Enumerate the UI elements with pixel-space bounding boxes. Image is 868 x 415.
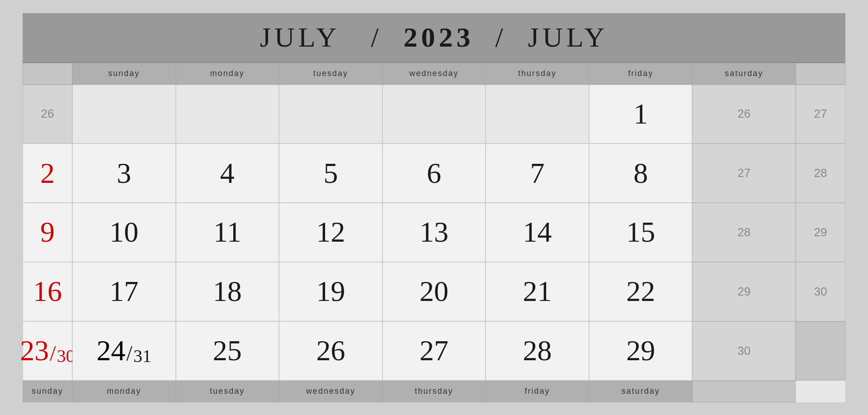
footer-monday: monday bbox=[72, 381, 176, 402]
day-cell-empty-1 bbox=[72, 85, 176, 144]
day-num-16: 16 bbox=[33, 277, 62, 306]
day-cell-29: 29 bbox=[589, 321, 693, 381]
day-num-1: 1 bbox=[633, 100, 648, 129]
footer-corner-left bbox=[796, 321, 845, 381]
day-num-8: 8 bbox=[633, 159, 648, 188]
header-corner-right bbox=[796, 63, 845, 85]
day-cell-26: 26 bbox=[279, 321, 382, 381]
day-cell-4: 4 bbox=[176, 143, 279, 203]
week-side-26: 26 bbox=[692, 85, 796, 144]
day-cell-7: 7 bbox=[486, 143, 589, 203]
day-num-4: 4 bbox=[220, 159, 235, 188]
month-left: JULY bbox=[260, 22, 339, 52]
header-wednesday: wednesday bbox=[382, 63, 486, 85]
day-cell-6: 6 bbox=[382, 143, 486, 203]
footer-tuesday: tuesday bbox=[176, 381, 279, 402]
footer-corner-right bbox=[692, 381, 796, 402]
day-cell-28: 28 bbox=[486, 321, 589, 381]
date-24: 24 bbox=[97, 336, 126, 365]
day-cell-14: 14 bbox=[486, 203, 589, 262]
day-num-7: 7 bbox=[530, 159, 545, 188]
day-num-10: 10 bbox=[109, 218, 138, 247]
week-num-28: 28 bbox=[796, 143, 845, 203]
day-cell-24-31: 24 / 31 bbox=[72, 321, 176, 381]
day-cell-27: 27 bbox=[382, 321, 486, 381]
day-num-27: 27 bbox=[420, 336, 448, 365]
header-friday: friday bbox=[589, 63, 693, 85]
day-num-28: 28 bbox=[523, 336, 552, 365]
slash-date-23-30: 23 / 30 bbox=[20, 336, 75, 365]
day-cell-16: 16 bbox=[23, 262, 72, 321]
week-num-30: 30 bbox=[796, 262, 845, 321]
header-corner-left bbox=[23, 63, 72, 85]
header-saturday: saturday bbox=[692, 63, 796, 85]
day-cell-empty-5 bbox=[486, 85, 589, 144]
day-num-19: 19 bbox=[316, 277, 345, 306]
day-cell-15: 15 bbox=[589, 203, 693, 262]
day-cell-5: 5 bbox=[279, 143, 382, 203]
day-cell-9: 9 bbox=[23, 203, 72, 262]
day-num-2: 2 bbox=[40, 159, 55, 188]
day-cell-3: 3 bbox=[72, 143, 176, 203]
day-num-6: 6 bbox=[427, 159, 441, 188]
week-num-26: 26 bbox=[23, 85, 72, 144]
day-cell-22: 22 bbox=[589, 262, 693, 321]
date-slash2: / bbox=[127, 343, 132, 365]
footer-wednesday: wednesday bbox=[279, 381, 382, 402]
calendar-header: JULY / 2023 / JULY bbox=[23, 13, 845, 63]
day-cell-25: 25 bbox=[176, 321, 279, 381]
day-num-20: 20 bbox=[420, 277, 448, 306]
slash-date-24-31: 24 / 31 bbox=[97, 336, 151, 365]
day-num-29: 29 bbox=[626, 336, 655, 365]
week-num-29: 29 bbox=[796, 203, 845, 262]
calendar: JULY / 2023 / JULY sunday monday tuesday… bbox=[23, 13, 845, 402]
day-cell-10: 10 bbox=[72, 203, 176, 262]
day-num-12: 12 bbox=[316, 218, 345, 247]
day-num-17: 17 bbox=[109, 277, 138, 306]
day-num-3: 3 bbox=[117, 159, 131, 188]
header-monday: monday bbox=[176, 63, 279, 85]
month-right: JULY bbox=[528, 22, 608, 52]
week-num-27: 27 bbox=[796, 85, 845, 144]
day-cell-21: 21 bbox=[486, 262, 589, 321]
calendar-year: 2023 bbox=[404, 22, 474, 52]
week-side-29: 29 bbox=[692, 262, 796, 321]
date-23: 23 bbox=[20, 336, 49, 365]
header-thursday: thursday bbox=[486, 63, 589, 85]
day-cell-empty-3 bbox=[279, 85, 382, 144]
day-num-22: 22 bbox=[626, 277, 655, 306]
day-num-26: 26 bbox=[316, 336, 345, 365]
day-cell-8: 8 bbox=[589, 143, 693, 203]
footer-thursday: thursday bbox=[382, 381, 486, 402]
day-num-5: 5 bbox=[323, 159, 338, 188]
week-side-28: 28 bbox=[692, 203, 796, 262]
footer-friday: friday bbox=[486, 381, 589, 402]
calendar-title: JULY / 2023 / JULY bbox=[260, 21, 608, 53]
sep-right: / bbox=[495, 22, 507, 52]
date-31: 31 bbox=[133, 347, 151, 365]
day-num-11: 11 bbox=[213, 218, 241, 247]
day-num-13: 13 bbox=[420, 218, 448, 247]
day-cell-13: 13 bbox=[382, 203, 486, 262]
day-num-15: 15 bbox=[626, 218, 655, 247]
day-num-9: 9 bbox=[40, 218, 55, 247]
day-num-25: 25 bbox=[213, 336, 242, 365]
header-tuesday: tuesday bbox=[279, 63, 382, 85]
day-cell-2: 2 bbox=[23, 143, 72, 203]
day-num-21: 21 bbox=[523, 277, 552, 306]
week-side-27: 27 bbox=[692, 143, 796, 203]
footer-saturday: saturday bbox=[589, 381, 693, 402]
day-cell-20: 20 bbox=[382, 262, 486, 321]
day-num-18: 18 bbox=[213, 277, 242, 306]
day-num-14: 14 bbox=[523, 218, 552, 247]
day-cell-1: 1 bbox=[589, 85, 693, 144]
day-cell-12: 12 bbox=[279, 203, 382, 262]
date-slash: / bbox=[50, 343, 56, 365]
day-cell-empty-4 bbox=[382, 85, 486, 144]
day-cell-17: 17 bbox=[72, 262, 176, 321]
day-cell-23-30: 23 / 30 bbox=[23, 321, 72, 381]
day-cell-empty-2 bbox=[176, 85, 279, 144]
day-cell-11: 11 bbox=[176, 203, 279, 262]
calendar-grid: sunday monday tuesday wednesday thursday… bbox=[23, 63, 845, 402]
day-cell-18: 18 bbox=[176, 262, 279, 321]
